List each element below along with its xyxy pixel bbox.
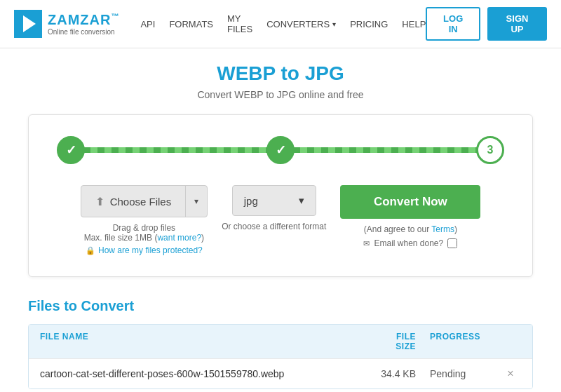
nav-converters[interactable]: CONVERTERS ▾ — [266, 19, 336, 29]
files-section: Files to Convert FILE NAME FILE SIZE PRO… — [28, 298, 533, 389]
step-3-circle: 3 — [476, 136, 504, 164]
logo-wordmark: ZAMZAR™ — [48, 12, 119, 28]
main-content: WEBP to JPG Convert WEBP to JPG online a… — [0, 48, 561, 392]
logo-icon — [14, 10, 42, 38]
email-row: ✉ Email when done? — [363, 238, 457, 248]
conversion-card: ✓ ✓ 3 ⬆ Choose Files ▾ — [28, 114, 533, 277]
table-header: FILE NAME FILE SIZE PROGRESS — [29, 325, 532, 358]
main-nav: API FORMATS MY FILES CONVERTERS ▾ PRICIN… — [140, 11, 426, 37]
nav-pricing[interactable]: PRICING — [350, 16, 388, 32]
email-when-done-checkbox[interactable] — [447, 238, 457, 248]
page-title: WEBP to JPG — [28, 62, 533, 85]
choose-files-dropdown-icon[interactable]: ▾ — [186, 188, 207, 215]
choose-files-button[interactable]: ⬆ Choose Files ▾ — [81, 185, 208, 217]
choose-files-info: Drag & drop files Max. file size 1MB (wa… — [84, 223, 204, 243]
email-icon: ✉ — [363, 239, 370, 248]
step-2-circle: ✓ — [266, 136, 295, 164]
files-table: FILE NAME FILE SIZE PROGRESS cartoon-cat… — [28, 324, 533, 389]
nav-help[interactable]: HELP — [402, 16, 426, 32]
convert-group: Convert Now (And agree to our Terms) ✉ E… — [340, 185, 480, 248]
logo-text-area: ZAMZAR™ Online file conversion — [48, 12, 119, 36]
choose-files-group: ⬆ Choose Files ▾ Drag & drop files Max. … — [81, 185, 208, 255]
lock-row: 🔒 How are my files protected? — [86, 245, 203, 255]
file-name: cartoon-cat-set-different-poses-600w-150… — [40, 368, 374, 379]
col-filename-header: FILE NAME — [40, 332, 374, 351]
col-filesize-header: FILE SIZE — [374, 332, 430, 351]
step-1-circle: ✓ — [57, 136, 85, 164]
nav-formats[interactable]: FORMATS — [169, 16, 213, 32]
want-more-link[interactable]: want more? — [157, 233, 201, 243]
page-subtitle: Convert WEBP to JPG online and free — [28, 89, 533, 100]
step-line-2 — [293, 147, 478, 153]
col-action-header — [500, 332, 521, 351]
terms-link[interactable]: Terms — [431, 224, 454, 234]
signup-button[interactable]: SIGN UP — [487, 7, 547, 41]
choose-files-main: ⬆ Choose Files — [81, 187, 186, 217]
files-title: Files to Convert — [28, 298, 533, 314]
file-protection-link[interactable]: How are my files protected? — [98, 245, 203, 255]
lock-icon: 🔒 — [86, 246, 95, 255]
page-title-area: WEBP to JPG — [28, 62, 533, 85]
logo-subtitle: Online file conversion — [48, 28, 119, 36]
remove-file-button[interactable]: × — [500, 367, 521, 380]
converters-chevron-icon: ▾ — [332, 20, 336, 28]
nav-api[interactable]: API — [140, 16, 155, 32]
step-line-1 — [83, 147, 268, 153]
format-hint: Or choose a different format — [222, 222, 326, 231]
format-chevron-icon: ▾ — [299, 194, 304, 207]
logo[interactable]: ZAMZAR™ Online file conversion — [14, 10, 119, 38]
convert-now-button[interactable]: Convert Now — [340, 185, 480, 219]
steps-progress: ✓ ✓ 3 — [57, 136, 504, 164]
nav-my-files[interactable]: MY FILES — [227, 11, 252, 37]
file-progress: Pending — [430, 368, 500, 379]
controls-row: ⬆ Choose Files ▾ Drag & drop files Max. … — [57, 185, 504, 255]
convert-terms-info: (And agree to our Terms) — [364, 224, 457, 234]
file-size: 34.4 KB — [374, 368, 430, 379]
upload-icon: ⬆ — [95, 195, 104, 208]
header: ZAMZAR™ Online file conversion API FORMA… — [0, 0, 561, 48]
header-buttons: LOG IN SIGN UP — [426, 7, 547, 41]
table-row: cartoon-cat-set-different-poses-600w-150… — [29, 358, 532, 388]
logo-play-icon — [23, 15, 36, 32]
format-select[interactable]: jpg ▾ — [232, 185, 316, 216]
col-progress-header: PROGRESS — [430, 332, 500, 351]
format-group: jpg ▾ Or choose a different format — [222, 185, 326, 231]
login-button[interactable]: LOG IN — [426, 7, 480, 41]
